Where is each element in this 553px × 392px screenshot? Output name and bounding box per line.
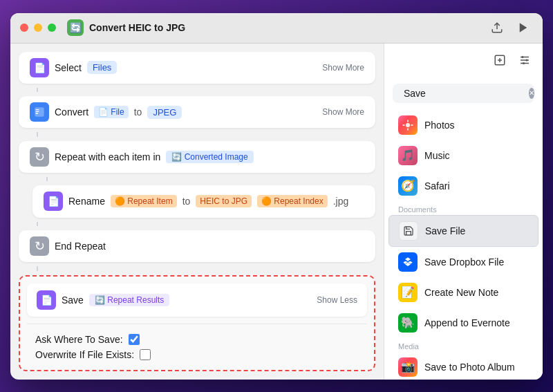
save-divider xyxy=(27,324,367,324)
select-show-more[interactable]: Show More xyxy=(322,63,364,73)
safari-label: Safari xyxy=(424,180,450,192)
list-item-save-file[interactable]: Save File xyxy=(388,215,538,247)
repeat-item-chip[interactable]: 🟠 Repeat Item xyxy=(111,195,177,207)
append-evernote-label: Append to Evernote xyxy=(424,317,510,328)
play-button[interactable] xyxy=(514,18,533,37)
close-button[interactable] xyxy=(20,24,28,32)
list-item-photos[interactable]: Photos xyxy=(388,110,538,140)
photo-album-label: Save to Photo Album xyxy=(424,362,515,373)
end-repeat-label: End Repeat xyxy=(55,241,106,252)
convert-icon xyxy=(30,102,49,122)
notes-app-icon: 📝 xyxy=(398,283,418,302)
end-repeat-icon: ↻ xyxy=(30,236,49,256)
repeat-index-chip[interactable]: 🟠 Repeat Index xyxy=(257,195,328,207)
search-clear-button[interactable]: ✕ xyxy=(529,88,534,99)
app-list: Photos 🎵 Music 🧭 Safari Documents xyxy=(384,107,543,380)
convert-label: Convert xyxy=(55,106,88,118)
photo-album-app-icon: 📸 xyxy=(398,357,418,377)
evernote-app-icon: 🐘 xyxy=(398,313,418,333)
overwrite-option: Overwrite If File Exists: xyxy=(35,349,359,360)
content-area: 📄 Select Files Show More Convert 📄 File … xyxy=(10,44,543,380)
settings-icon[interactable] xyxy=(515,50,534,70)
save-icon: 📄 xyxy=(37,290,56,310)
save-show-less[interactable]: Show Less xyxy=(317,295,357,305)
select-icon: 📄 xyxy=(30,58,49,77)
connector-3 xyxy=(46,177,48,181)
save-file-app-icon xyxy=(399,221,418,241)
list-item-save-dropbox[interactable]: Save Dropbox File xyxy=(388,247,538,277)
repeat-results-chip[interactable]: 🔄 Repeat Results xyxy=(89,294,169,306)
main-window: 🔄 Convert HEIC to JPG 📄 S xyxy=(10,13,543,380)
svg-marker-1 xyxy=(520,23,527,32)
overwrite-checkbox[interactable] xyxy=(140,349,151,360)
connector-2 xyxy=(37,132,38,136)
svg-point-14 xyxy=(406,123,410,127)
select-label: Select xyxy=(55,62,82,73)
select-action[interactable]: 📄 Select Files Show More xyxy=(19,52,375,84)
repeat-label: Repeat with each item in xyxy=(55,151,160,162)
rename-icon: 📄 xyxy=(44,192,63,211)
dropbox-app-icon xyxy=(398,252,418,272)
save-section: 📄 Save 🔄 Repeat Results Show Less Ask Wh… xyxy=(19,275,375,371)
list-item-create-note[interactable]: 📝 Create New Note xyxy=(388,277,538,308)
documents-section-label: Documents xyxy=(384,201,543,215)
app-icon: 🔄 xyxy=(67,19,84,36)
to-label: to xyxy=(134,106,142,118)
repeat-icon: ↻ xyxy=(30,147,49,167)
add-icon[interactable] xyxy=(490,50,509,70)
right-panel-header xyxy=(384,44,543,77)
save-options: Ask Where To Save: Overwrite If File Exi… xyxy=(27,331,367,363)
list-item-safari[interactable]: 🧭 Safari xyxy=(388,171,538,201)
svg-point-11 xyxy=(523,62,525,64)
right-panel: ✕ Photos xyxy=(384,44,543,380)
minimize-button[interactable] xyxy=(34,24,42,32)
jpg-suffix: .jpg xyxy=(333,196,349,207)
titlebar: 🔄 Convert HEIC to JPG xyxy=(10,13,543,44)
jpeg-chip[interactable]: JPEG xyxy=(147,106,182,119)
media-section-label: Media xyxy=(384,338,543,352)
title-actions xyxy=(487,18,533,37)
list-item-music[interactable]: 🎵 Music xyxy=(388,140,538,171)
save-dropbox-label: Save Dropbox File xyxy=(424,256,504,268)
ask-where-label: Ask Where To Save: xyxy=(35,334,123,345)
search-input[interactable] xyxy=(404,88,525,99)
connector-5 xyxy=(37,266,38,270)
save-file-label: Save File xyxy=(425,225,465,236)
rename-to-label: to xyxy=(182,196,191,207)
repeat-action[interactable]: ↻ Repeat with each item in 🔄 Converted I… xyxy=(19,141,375,173)
photos-app-icon xyxy=(398,115,418,135)
window-title: Convert HEIC to JPG xyxy=(89,22,482,33)
save-label: Save xyxy=(62,295,84,306)
end-repeat-action[interactable]: ↻ End Repeat xyxy=(19,230,375,262)
connector-4 xyxy=(37,222,38,226)
upload-button[interactable] xyxy=(487,18,507,37)
create-note-label: Create New Note xyxy=(424,287,498,298)
connector-1 xyxy=(37,88,38,92)
safari-app-icon: 🧭 xyxy=(398,176,418,196)
overwrite-label: Overwrite If File Exists: xyxy=(35,349,134,360)
heic-to-jpg-chip[interactable]: HEIC to JPG xyxy=(196,195,252,207)
ask-where-checkbox[interactable] xyxy=(129,334,140,345)
converted-image-chip[interactable]: 🔄 Converted Image xyxy=(166,151,253,163)
svg-point-9 xyxy=(522,56,524,58)
save-header[interactable]: 📄 Save 🔄 Repeat Results Show Less xyxy=(27,283,367,317)
files-chip[interactable]: Files xyxy=(87,61,117,74)
music-app-icon: 🎵 xyxy=(398,146,418,165)
ask-where-option: Ask Where To Save: xyxy=(35,334,359,345)
rename-label: Rename xyxy=(68,196,105,207)
main-panel: 📄 Select Files Show More Convert 📄 File … xyxy=(10,44,384,380)
svg-point-10 xyxy=(526,59,528,61)
convert-show-more[interactable]: Show More xyxy=(322,107,364,117)
convert-action[interactable]: Convert 📄 File to JPEG Show More xyxy=(19,96,375,128)
music-label: Music xyxy=(424,150,450,161)
search-bar[interactable]: ✕ xyxy=(393,84,534,103)
list-item-photo-album[interactable]: 📸 Save to Photo Album xyxy=(388,352,538,380)
list-item-append-evernote[interactable]: 🐘 Append to Evernote xyxy=(388,308,538,338)
file-chip[interactable]: 📄 File xyxy=(94,106,129,118)
rename-action[interactable]: 📄 Rename 🟠 Repeat Item to HEIC to JPG 🟠 … xyxy=(32,185,375,217)
photos-label: Photos xyxy=(424,120,455,131)
maximize-button[interactable] xyxy=(48,24,56,32)
